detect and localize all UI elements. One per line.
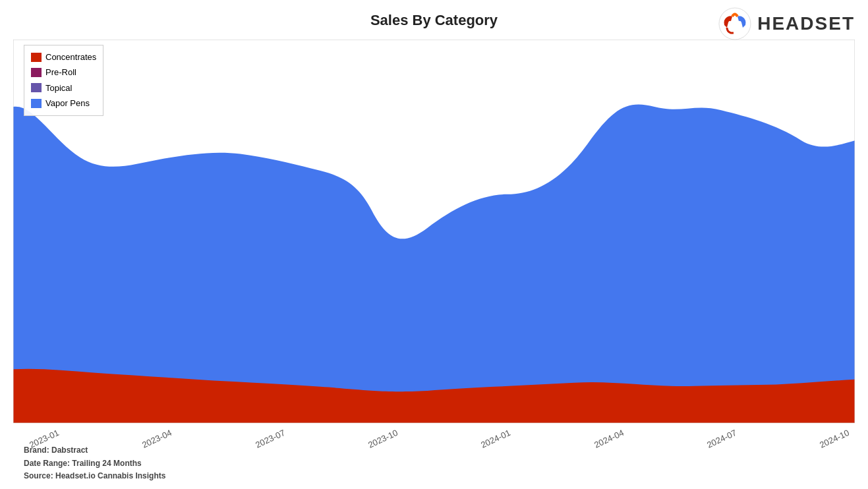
preroll-label: Pre-Roll — [45, 65, 76, 80]
chart-area — [13, 40, 855, 423]
chart-svg — [13, 40, 855, 423]
source-value: Headset.io Cannabis Insights — [55, 471, 165, 480]
legend: Concentrates Pre-Roll Topical Vapor Pens — [24, 45, 103, 116]
logo-text: HEADSET — [757, 13, 855, 34]
logo-area: HEADSET — [718, 7, 855, 41]
legend-item-topical: Topical — [31, 80, 96, 96]
x-label-2: 2023-07 — [254, 428, 287, 450]
concentrates-label: Concentrates — [45, 49, 96, 65]
svg-point-0 — [719, 8, 751, 40]
date-range-value: Trailing 24 Months — [72, 459, 141, 468]
brand-label: Brand: — [24, 446, 49, 455]
headset-logo-icon — [718, 7, 752, 41]
legend-item-concentrates: Concentrates — [31, 49, 96, 65]
x-label-3: 2023-10 — [366, 428, 399, 450]
legend-item-vaporpens: Vapor Pens — [31, 96, 96, 111]
vaporpens-label: Vapor Pens — [45, 96, 90, 111]
footer-info: Brand: Dabstract Date Range: Trailing 24… — [24, 444, 165, 482]
date-range-label: Date Range: — [24, 459, 70, 468]
topical-color-swatch — [31, 83, 42, 92]
brand-value: Dabstract — [51, 446, 88, 455]
x-label-4: 2024-01 — [479, 428, 512, 450]
x-label-6: 2024-07 — [705, 428, 738, 450]
x-label-5: 2024-04 — [593, 428, 625, 450]
x-label-7: 2024-10 — [818, 428, 851, 450]
preroll-color-swatch — [31, 68, 42, 77]
concentrates-color-swatch — [31, 53, 42, 62]
legend-item-preroll: Pre-Roll — [31, 65, 96, 80]
page-container: HEADSET Sales By Category Concentrates — [0, 0, 868, 489]
footer-source: Source: Headset.io Cannabis Insights — [24, 470, 165, 482]
x-axis-labels: 2023-01 2023-04 2023-07 2023-10 2024-01 … — [26, 434, 848, 444]
footer-date-range: Date Range: Trailing 24 Months — [24, 457, 165, 470]
vaporpens-color-swatch — [31, 99, 42, 108]
footer-brand: Brand: Dabstract — [24, 444, 165, 457]
source-label: Source: — [24, 471, 53, 480]
topical-label: Topical — [45, 80, 72, 96]
